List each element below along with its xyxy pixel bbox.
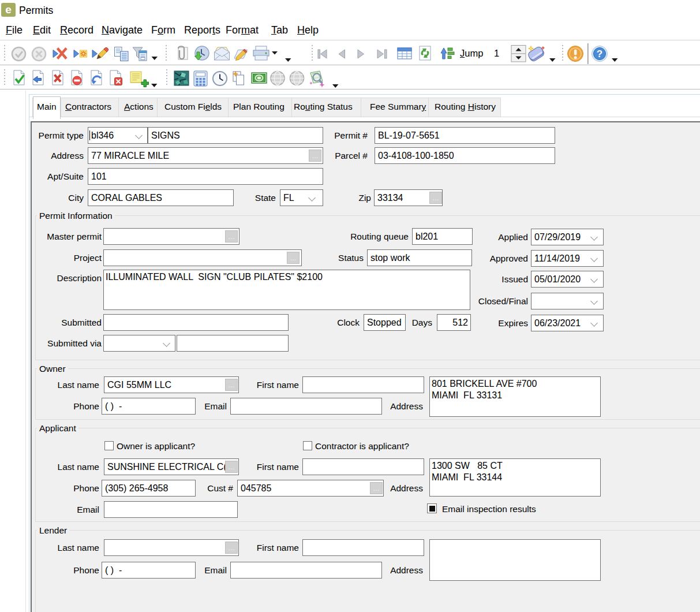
svg-text:?: ? [597,48,602,59]
